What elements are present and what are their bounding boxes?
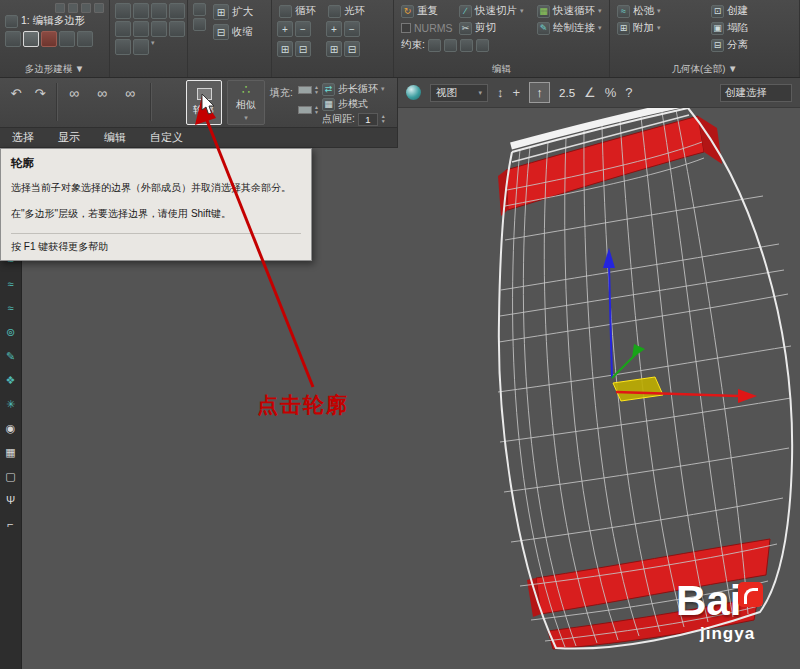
border-mode-button[interactable] [41,31,57,47]
shrink-button[interactable]: ⊟ 收缩 [211,23,255,41]
quickslice-button[interactable]: ∕ 快速切片 ▾ [457,3,533,19]
loop-grow-button[interactable]: + [277,21,293,37]
pan-icon[interactable]: ↕ [497,86,504,99]
selection-set-text: 创建选择 [725,86,767,100]
select-tool-icon[interactable] [169,3,185,19]
select-tool-icon[interactable] [115,21,131,37]
swiftloop-icon: ▦ [537,5,550,18]
loop-header: 循环 [277,3,318,19]
select-tool-icon[interactable] [151,3,167,19]
spinner-icon[interactable]: ▲▼ [381,114,386,124]
percent-snap-icon[interactable]: % [605,86,617,99]
wave-icon[interactable]: ≈ [3,276,19,292]
loop-shift-down-button[interactable]: ⊟ [295,41,311,57]
loop-shift-up-button[interactable]: ⊞ [277,41,293,57]
attach-button[interactable]: ⊞ 附加 ▾ [615,20,707,36]
view-dropdown[interactable]: 视图 ▾ [430,84,488,102]
border-select-button[interactable]: 轮廓 [186,80,222,125]
corner-icon[interactable]: ⌐ [3,516,19,532]
watermark-text-1: Bai [676,580,741,622]
shrink-icon: ⊟ [213,24,229,40]
relax-button[interactable]: ≈ 松弛 ▾ [615,3,707,19]
snap-toggle-button[interactable]: 2.5 [559,87,575,99]
panel-selection-tools: ▾ [110,0,188,77]
move-icon[interactable]: + [513,86,521,99]
redo-button[interactable]: ↷ [30,84,50,102]
element-mode-button[interactable] [77,31,93,47]
fill-swatch-bottom[interactable]: ▲▼ [298,105,319,115]
tab-display[interactable]: 显示 [46,128,92,147]
quick-access-icon[interactable] [94,3,104,13]
tab-select[interactable]: 选择 [0,128,46,147]
select-tool-icon[interactable] [115,3,131,19]
eye-icon[interactable]: ◉ [3,420,19,436]
select-tool-icon[interactable] [133,39,149,55]
create-button[interactable]: ⊡ 创建 [709,3,791,19]
pencil-icon[interactable]: ✎ [3,348,19,364]
select-tool-icon[interactable] [133,21,149,37]
panel1-footer[interactable]: 多边形建模 ▼ [0,63,109,76]
selection-mod-icon[interactable] [193,3,206,16]
constraints-label: 约束: [401,38,425,52]
similar-button[interactable]: ∴ 相似 ▾ [227,80,265,125]
tree-icon[interactable]: Ψ [3,492,19,508]
loop-shrink-button[interactable]: − [295,21,311,37]
tab-edit[interactable]: 编辑 [92,128,138,147]
shading-sphere-icon[interactable] [406,85,421,100]
chevron-down-icon: ▾ [598,7,602,15]
undo-button[interactable]: ↶ [6,84,26,102]
step-loop-button[interactable]: ⇄ 步长循环 ▾ [322,82,385,96]
angle-snap-icon[interactable]: ∠ [584,86,596,99]
grow-button[interactable]: ⊞ 扩大 [211,3,255,21]
link-button[interactable]: ∞ [62,83,86,103]
unlink-button[interactable]: ∞ [90,83,114,103]
target-icon[interactable]: ⊚ [3,324,19,340]
ring-shrink-button[interactable]: − [344,21,360,37]
polygon-mode-button[interactable] [59,31,75,47]
vertex-mode-button[interactable] [5,31,21,47]
paintconnect-button[interactable]: ✎ 绘制连接 ▾ [535,20,611,36]
collapse-button[interactable]: ▣ 塌陷 [709,20,791,36]
constraint-edge-button[interactable] [444,39,457,52]
constraint-normal-button[interactable] [476,39,489,52]
ring-shift-up-button[interactable]: ⊞ [326,41,342,57]
select-tool-icon[interactable] [151,21,167,37]
chevron-down-icon: ▾ [598,24,602,32]
constraint-face-button[interactable] [460,39,473,52]
quick-access-icon[interactable] [68,3,78,13]
bind-spacewarp-button[interactable]: ∞ [118,83,142,103]
select-tool-icon[interactable] [169,21,185,37]
ring-shift-down-button[interactable]: ⊟ [344,41,360,57]
swiftloop-button[interactable]: ▦ 快速循环 ▾ [535,3,611,19]
nurms-toggle[interactable]: NURMS [399,20,455,36]
quick-access-icon[interactable] [55,3,65,13]
selection-mod-icon[interactable] [193,18,206,31]
edit-panel-footer[interactable]: 编辑 [394,63,609,76]
panel-geometry-all: ≈ 松弛 ▾ ⊡ 创建 ⊞ 附加 ▾ ▣ 塌陷 ⊟ 分离 几何体( [610,0,800,77]
ring-grow-button[interactable]: + [326,21,342,37]
box-icon[interactable]: ▢ [3,468,19,484]
up-arrow-icon: ↑ [536,85,543,100]
grid-icon[interactable]: ▦ [3,444,19,460]
cut-button[interactable]: ✂ 剪切 [457,20,533,36]
geometry-panel-footer[interactable]: 几何体(全部) ▼ [610,63,799,76]
select-tool-icon[interactable] [115,39,131,55]
point-spacing-input[interactable]: 1 [358,113,378,126]
named-selection-set-field[interactable]: 创建选择 [720,84,792,102]
up-direction-button[interactable]: ↑ [529,82,550,103]
step-mode-button[interactable]: ▦ 步模式 [322,97,368,111]
detach-button[interactable]: ⊟ 分离 [709,37,791,53]
quick-access-icon[interactable] [81,3,91,13]
help-icon[interactable]: ? [625,86,632,99]
select-tool-icon[interactable] [133,3,149,19]
gem-icon[interactable]: ❖ [3,372,19,388]
collapse-icon: ▣ [711,22,724,35]
fill-swatch-top[interactable]: ▲▼ [298,85,319,95]
repeat-button[interactable]: ↻ 重复 [399,3,455,19]
constraint-none-button[interactable] [428,39,441,52]
snowflake-icon[interactable]: ✳ [3,396,19,412]
edge-mode-button[interactable] [23,31,39,47]
chevron-down-icon[interactable]: ▾ [151,39,155,55]
wave-icon[interactable]: ≈ [3,300,19,316]
tab-customize[interactable]: 自定义 [138,128,195,147]
